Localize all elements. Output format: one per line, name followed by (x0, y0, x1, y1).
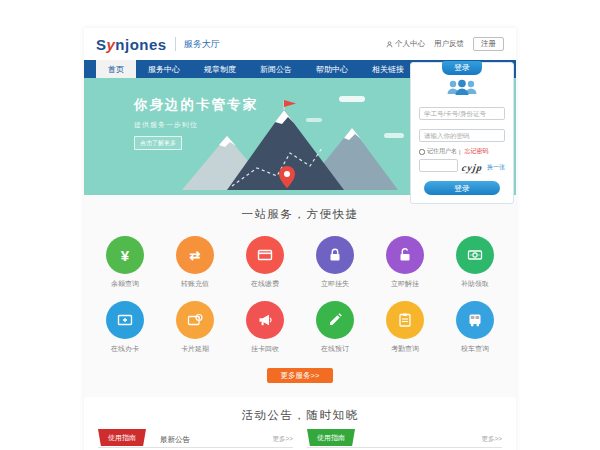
service-button-balance-inquiry[interactable]: ¥ (106, 236, 144, 274)
remember-row: 记住用户名 | 忘记密码 (419, 147, 505, 156)
service-item-online-booking: 在线预订 (300, 301, 370, 354)
banknote-icon (467, 247, 483, 263)
announcements-section: 活动公告，随时知晓 使用指南 最新公告 更多>> 使用指南 更多>> (84, 397, 516, 450)
nav-item-home[interactable]: 首页 (96, 60, 136, 78)
service-label: 挂卡回收 (230, 344, 300, 354)
personal-center-link[interactable]: 个人中心 (386, 39, 425, 49)
nav-items: 首页服务中心规章制度新闻公告帮助中心相关链接 (96, 60, 416, 78)
login-panel: 登录 记住用户名 | 忘记密码 cyjp 换一张 登录 (410, 62, 514, 204)
hero-subtitle: 提供服务一步到位 (134, 120, 258, 130)
service-button-card-recycle[interactable] (246, 301, 284, 339)
announcement-column-left: 使用指南 最新公告 更多>> (98, 432, 293, 448)
users-group-icon (445, 78, 479, 97)
service-label: 立即挂失 (300, 279, 370, 289)
register-button[interactable]: 注册 (473, 37, 504, 51)
user-icon (386, 41, 393, 48)
card-clock-icon (187, 312, 203, 328)
service-item-card-recycle: 挂卡回收 (230, 301, 300, 354)
service-item-attendance-query: 考勤查询 (370, 301, 440, 354)
nav-item-service-center[interactable]: 服务中心 (136, 60, 192, 78)
pencil-icon (327, 312, 343, 328)
captcha-input[interactable] (419, 159, 458, 172)
service-label: 余额查询 (90, 279, 160, 289)
service-button-report-loss[interactable] (316, 236, 354, 274)
service-button-card-extension[interactable] (176, 301, 214, 339)
user-feedback-label: 用户反馈 (434, 39, 464, 49)
personal-center-label: 个人中心 (395, 39, 425, 49)
captcha-refresh-link[interactable]: 换一张 (487, 163, 505, 172)
service-item-subsidy-collect: 补助领取 (440, 236, 510, 289)
service-button-transfer-recharge[interactable]: ⇄ (176, 236, 214, 274)
captcha-row: cyjp 换一张 (419, 159, 505, 176)
remember-label: 记住用户名 (427, 147, 457, 156)
service-label: 转账充值 (160, 279, 230, 289)
left-column-header: 使用指南 最新公告 更多>> (98, 432, 293, 448)
services-title: 一站服务，方便快捷 (84, 207, 516, 222)
transfer-icon: ⇄ (190, 249, 201, 262)
service-item-cancel-loss: 立即解挂 (370, 236, 440, 289)
brand-pre: S (96, 36, 107, 53)
forgot-password-link[interactable]: 忘记密码 (465, 147, 489, 156)
site-container: Synjones 服务大厅 个人中心 用户反馈 注册 首页服务中心规章制度新闻公… (84, 28, 516, 450)
service-item-transfer-recharge: ⇄转账充值 (160, 236, 230, 289)
service-button-attendance-query[interactable] (386, 301, 424, 339)
service-item-card-extension: 卡片延期 (160, 301, 230, 354)
new-card-icon (117, 312, 133, 328)
latest-announcements-tab[interactable]: 最新公告 (160, 435, 190, 445)
password-input[interactable] (419, 129, 505, 142)
service-item-online-payment: 在线缴费 (230, 236, 300, 289)
lock-icon (327, 247, 343, 263)
hero-title: 你身边的卡管专家 (134, 96, 258, 114)
nav-item-news[interactable]: 新闻公告 (248, 60, 304, 78)
header: Synjones 服务大厅 个人中心 用户反馈 注册 (84, 28, 516, 60)
hero-cta-button[interactable]: 点击了解更多 (134, 136, 182, 150)
service-button-subsidy-collect[interactable] (456, 236, 494, 274)
announcement-columns: 使用指南 最新公告 更多>> 使用指南 更多>> (98, 432, 502, 448)
right-more-link[interactable]: 更多>> (481, 435, 502, 444)
login-submit-button[interactable]: 登录 (424, 181, 500, 195)
service-label: 卡片延期 (160, 344, 230, 354)
service-item-balance-inquiry: ¥余额查询 (90, 236, 160, 289)
service-label: 在线办卡 (90, 344, 160, 354)
left-more-link[interactable]: 更多>> (272, 435, 293, 444)
service-label: 考勤查询 (370, 344, 440, 354)
hero-copy: 你身边的卡管专家 提供服务一步到位 点击了解更多 (134, 96, 258, 150)
service-button-cancel-loss[interactable] (386, 236, 424, 274)
right-ribbon-tab[interactable]: 使用指南 (307, 429, 355, 446)
service-label: 补助领取 (440, 279, 510, 289)
service-button-school-bus-query[interactable] (456, 301, 494, 339)
service-label: 校车查询 (440, 344, 510, 354)
site-subtitle: 服务大厅 (175, 37, 220, 51)
megaphone-icon (257, 312, 273, 328)
service-label: 立即解挂 (370, 279, 440, 289)
header-right: 个人中心 用户反馈 注册 (386, 37, 504, 51)
service-button-online-payment[interactable] (246, 236, 284, 274)
login-tab[interactable]: 登录 (442, 61, 482, 75)
divider: | (459, 149, 461, 155)
account-input[interactable] (419, 107, 505, 120)
brand-post: njones (115, 36, 166, 53)
services-section: 一站服务，方便快捷 ¥余额查询⇄转账充值在线缴费立即挂失立即解挂补助领取在线办卡… (84, 195, 516, 397)
right-column-header: 使用指南 更多>> (307, 432, 502, 448)
user-feedback-link[interactable]: 用户反馈 (434, 39, 464, 49)
yen-icon: ¥ (121, 248, 129, 263)
payment-card-icon (257, 247, 273, 263)
more-services-button[interactable]: 更多服务>> (267, 368, 333, 383)
unlock-icon (397, 247, 413, 263)
nav-item-rules[interactable]: 规章制度 (192, 60, 248, 78)
remember-checkbox[interactable] (419, 149, 425, 155)
service-item-online-card-apply: 在线办卡 (90, 301, 160, 354)
left-ribbon-tab[interactable]: 使用指南 (98, 429, 146, 446)
brand-logo[interactable]: Synjones (96, 36, 167, 53)
captcha-image[interactable]: cyjp (462, 162, 484, 174)
bus-icon (467, 312, 483, 328)
nav-item-help-center[interactable]: 帮助中心 (304, 60, 360, 78)
service-item-school-bus-query: 校车查询 (440, 301, 510, 354)
service-button-online-booking[interactable] (316, 301, 354, 339)
announcement-column-right: 使用指南 更多>> (307, 432, 502, 448)
clipboard-icon (397, 312, 413, 328)
nav-item-related-links[interactable]: 相关链接 (360, 60, 416, 78)
services-grid: ¥余额查询⇄转账充值在线缴费立即挂失立即解挂补助领取在线办卡卡片延期挂卡回收在线… (84, 236, 516, 354)
service-label: 在线缴费 (230, 279, 300, 289)
service-button-online-card-apply[interactable] (106, 301, 144, 339)
